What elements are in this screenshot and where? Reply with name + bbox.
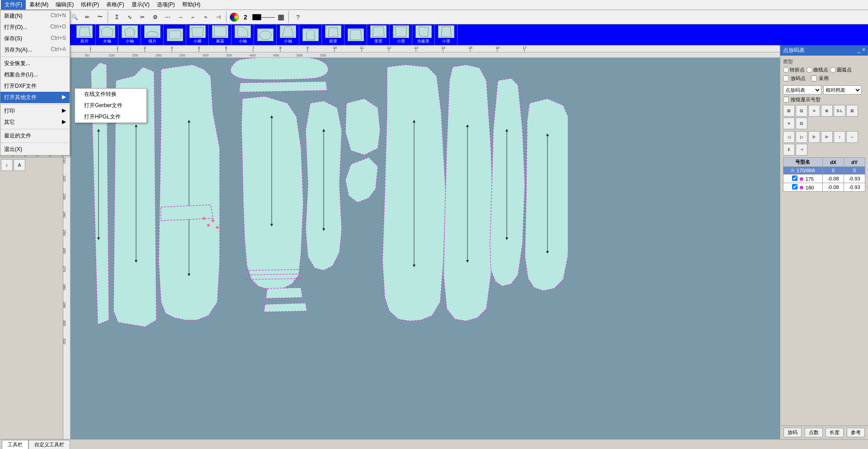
rp-btn-13[interactable]: ↕ [834, 131, 845, 143]
fm-open[interactable]: 打开(O)... Ctrl+O [0, 22, 70, 33]
pt-lingpian[interactable]: 领片 [141, 24, 164, 45]
dot-tool[interactable]: ⋯ [162, 11, 174, 23]
rp-btn-3[interactable]: ≡ [808, 105, 820, 117]
color-circle[interactable] [230, 13, 239, 22]
rp-minimize-btn[interactable]: _ [857, 47, 860, 54]
fm-saveas[interactable]: 另存为(A)... Ctrl+A [0, 44, 70, 56]
menu-options[interactable]: 选项(P) [153, 0, 179, 9]
checkbox-caiyong[interactable] [811, 76, 817, 81]
fm-exit[interactable]: 退出(X) [0, 144, 70, 155]
radio-circle[interactable]: 圆弧点 [830, 66, 852, 73]
lt-label[interactable]: A [14, 159, 25, 171]
rp-btn-8[interactable]: ⊟ [796, 118, 807, 129]
rp-btn-1[interactable]: ⊞ [783, 105, 795, 117]
help-btn[interactable]: ? [292, 11, 304, 23]
radio-corner[interactable]: 转折点 [783, 66, 805, 73]
sum-tool[interactable]: Σ [111, 11, 123, 23]
pattern-fill[interactable]: ▦ [275, 11, 287, 23]
menu-material[interactable]: 素材(M) [26, 0, 52, 9]
radio-curve-input[interactable] [807, 67, 812, 73]
curve-tool[interactable]: 〜 [94, 11, 106, 23]
pt-10[interactable] [299, 24, 322, 45]
wave2-tool[interactable]: ≈ [200, 11, 212, 23]
pt-9[interactable]: 小袖 [277, 24, 299, 45]
tab-custom-toolbar[interactable]: 自定义工具栏 [28, 440, 70, 449]
zoom-tool[interactable]: 🔍 [69, 11, 80, 23]
radio-circle-input[interactable] [830, 67, 836, 73]
pt-xiaoxiu[interactable]: 小袖 [118, 24, 141, 45]
rp-btn-12[interactable]: ⊫ [821, 131, 833, 143]
pt-15[interactable]: 光板里 [412, 24, 435, 45]
btn-changdu[interactable]: 长度 [826, 428, 844, 437]
pencil-tool[interactable]: ✏ [81, 11, 93, 23]
pt-kuji[interactable]: 裤基 [209, 24, 231, 45]
pt-16[interactable]: 小里 [435, 24, 458, 45]
table-row-180[interactable]: 180 -0.08 -0.93 [783, 183, 865, 192]
cm-open-hpgl[interactable]: 打开HPGL文件 [75, 111, 146, 123]
scissors-tool[interactable]: ⚙ [149, 11, 161, 23]
menu-edit[interactable]: 编辑(E) [52, 0, 77, 9]
fm-recover[interactable]: 安全恢复... [0, 58, 70, 69]
fm-new[interactable]: 新建(N) Ctrl+N [0, 10, 70, 22]
menu-file[interactable]: 文件(F) [1, 0, 26, 9]
cm-online-convert[interactable]: 在线文件转换 [75, 89, 146, 100]
table-row-base[interactable]: 170/88A 0 0 [783, 167, 865, 175]
menu-paper[interactable]: 纸样(P) [77, 0, 103, 9]
line-style[interactable]: ————— [262, 11, 274, 23]
main-canvas[interactable] [71, 58, 780, 439]
menu-help[interactable]: 帮助(H) [179, 0, 204, 9]
table-row-175[interactable]: 175 -0.08 -0.93 [783, 175, 865, 183]
rp-btn-16[interactable]: ⊣ [796, 144, 807, 156]
fm-merge[interactable]: 档案合并(U)... [0, 69, 70, 80]
cm-open-gerber[interactable]: 打开Gerber文件 [75, 100, 146, 111]
pt-qianpian[interactable]: 前片 [73, 24, 96, 45]
rp-btn-9[interactable]: ◁ [783, 131, 795, 143]
fm-openother[interactable]: 打开其他文件 ▶ [0, 92, 70, 103]
size-check-2[interactable] [792, 184, 797, 189]
checkbox-bygroup[interactable] [783, 97, 789, 103]
wave-tool[interactable]: ∿ [124, 11, 136, 23]
menu-display[interactable]: 显示(V) [128, 0, 153, 9]
checkbox-fangmadian[interactable] [783, 76, 789, 81]
dropdown-diff[interactable]: 相对档差 [823, 85, 862, 95]
pt-4[interactable] [164, 24, 186, 45]
canvas-area[interactable]: 160 170 180 190 200 210 220 230 240 250 … [63, 58, 780, 439]
tab-toolbar[interactable]: 工具栏 [2, 440, 28, 449]
pt-daxiu[interactable]: 大袖 [96, 24, 118, 45]
corner-tool[interactable]: ⌐ [187, 11, 199, 23]
pt-14[interactable]: 小里 [390, 24, 412, 45]
rp-btn-14[interactable]: ↔ [846, 131, 858, 143]
cut-tool[interactable]: ✂ [137, 11, 148, 23]
rp-btn-6[interactable]: ⊞ [846, 105, 858, 117]
fm-save[interactable]: 保存(S) Ctrl+S [0, 33, 70, 44]
lt-grainline[interactable]: ↕ [1, 159, 13, 171]
menu-table[interactable]: 表格(F) [103, 0, 127, 9]
radio-corner-input[interactable] [783, 67, 789, 73]
size-check-1[interactable] [792, 175, 797, 181]
pt-13[interactable]: 里里 [367, 24, 390, 45]
rp-btn-4[interactable]: ⊕ [821, 105, 833, 117]
rp-btn-10[interactable]: ▷ [796, 131, 807, 143]
fm-recent[interactable]: 最近的文件 [0, 130, 70, 142]
pt-8[interactable] [254, 24, 277, 45]
arrow-tool[interactable]: → [175, 11, 186, 23]
pt-xiaocu[interactable]: 小裤 [186, 24, 209, 45]
fm-other[interactable]: 其它 ▶ [0, 117, 70, 128]
pt-12[interactable] [344, 24, 367, 45]
rp-btn-2[interactable]: ⊟ [796, 105, 807, 117]
rp-btn-11[interactable]: ⊪ [808, 131, 820, 143]
pt-7[interactable]: 小袖 [231, 24, 254, 45]
btn-fangma[interactable]: 放码 [783, 428, 802, 437]
btn-dianshu[interactable]: 点数 [805, 428, 823, 437]
rp-btn-15[interactable]: ⇕ [783, 144, 795, 156]
rp-close-btn[interactable]: × [862, 47, 865, 54]
pt-11[interactable]: 前里 [322, 24, 344, 45]
rp-btn-7[interactable]: ≡ [783, 118, 795, 129]
mirror-tool[interactable]: ⊣ [212, 11, 224, 23]
dropdown-table[interactable]: 点放码表 [783, 85, 821, 95]
rp-btn-5[interactable]: S·L [834, 105, 845, 117]
radio-curve[interactable]: 曲线点 [807, 66, 828, 73]
fm-print[interactable]: 打印 ▶ [0, 105, 70, 117]
btn-cankao[interactable]: 参考 [847, 428, 865, 437]
fm-opendxf[interactable]: 打开DXF文件 [0, 80, 70, 92]
